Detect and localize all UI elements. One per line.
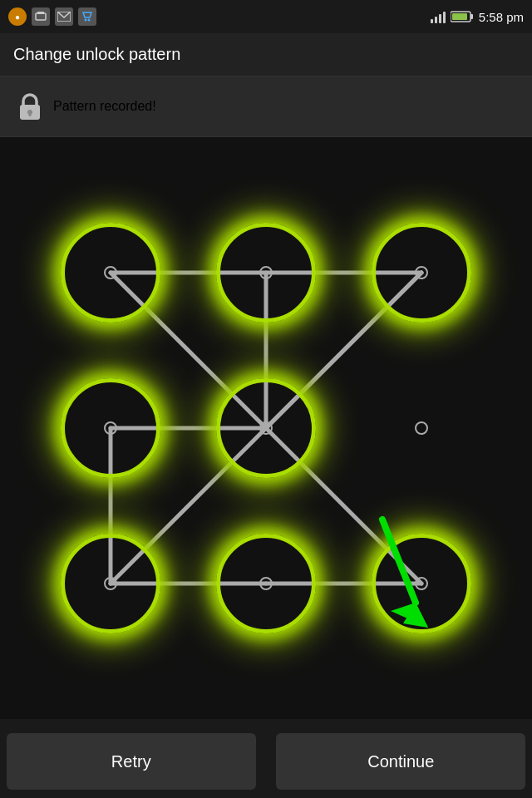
svg-point-3: [85, 19, 87, 22]
app-icon-1: ●: [8, 7, 27, 26]
dot-7-outer: [216, 534, 316, 633]
svg-rect-0: [36, 13, 46, 20]
dot-8: [367, 530, 475, 638]
status-bar: ● 5:58 pm: [0, 0, 532, 33]
dot-6: [57, 530, 165, 638]
clock: 5:58 pm: [479, 10, 524, 24]
page-title: Change unlock pattern: [13, 45, 180, 64]
dot-6-inner: [104, 577, 117, 590]
dot-2-outer: [372, 223, 471, 323]
pattern-area: [0, 137, 532, 719]
dot-0-outer: [61, 223, 160, 323]
dot-5-outer: [372, 378, 471, 478]
bottom-bar: Retry Continue: [0, 725, 532, 798]
title-bar: Change unlock pattern: [0, 33, 532, 76]
lock-icon: [17, 91, 43, 121]
dot-4-inner: [259, 421, 273, 435]
svg-point-4: [88, 19, 91, 22]
svg-rect-6: [470, 14, 473, 19]
app-icon-2: [32, 7, 50, 26]
svg-rect-10: [29, 112, 32, 116]
dot-7: [212, 530, 320, 638]
dot-1-inner: [259, 266, 273, 279]
dot-7-inner: [259, 577, 273, 590]
dot-6-outer: [61, 534, 160, 633]
pattern-recorded-text: Pattern recorded!: [53, 99, 156, 114]
svg-rect-7: [452, 13, 467, 20]
battery-icon: [451, 10, 474, 23]
dot-1-outer: [216, 223, 316, 323]
dot-3-outer: [61, 378, 160, 478]
dot-2: [367, 219, 475, 327]
status-right: 5:58 pm: [431, 10, 524, 24]
dot-4-outer: [216, 378, 316, 478]
dot-2-inner: [415, 266, 428, 279]
pattern-recorded-banner: Pattern recorded!: [0, 76, 532, 137]
continue-button[interactable]: Continue: [276, 733, 525, 790]
pattern-grid: [33, 195, 499, 661]
retry-button[interactable]: Retry: [7, 733, 256, 790]
dot-0: [57, 219, 165, 327]
dot-8-inner: [415, 577, 428, 590]
dot-1: [212, 219, 320, 327]
signal-icon: [431, 10, 446, 23]
dot-5-inner: [415, 421, 428, 435]
dot-8-outer: [372, 534, 471, 633]
dot-3: [57, 374, 165, 482]
svg-rect-1: [37, 12, 44, 14]
app-icon-mail: [55, 7, 73, 26]
dot-4: [212, 374, 320, 482]
dot-3-inner: [104, 421, 117, 435]
app-icon-4: [78, 7, 96, 26]
dot-5: [367, 374, 475, 482]
dot-0-inner: [104, 266, 117, 279]
